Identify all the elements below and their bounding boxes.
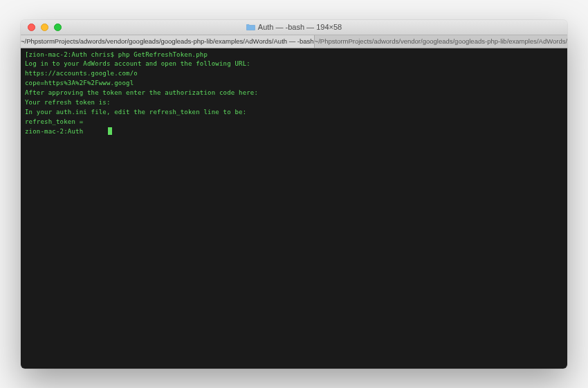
terminal-cursor bbox=[83, 127, 112, 137]
terminal-line: refresh_token = bbox=[25, 118, 563, 127]
window-title-area: Auth — -bash — 194×58 bbox=[21, 23, 567, 31]
terminal-viewport[interactable]: [zion-mac-2:Auth chris$ php GetRefreshTo… bbox=[21, 48, 567, 369]
terminal-line: Log in to your AdWords account and open … bbox=[25, 59, 563, 69]
tab-label: ~/PhpstormProjects/adwords/vendor/google… bbox=[21, 37, 314, 45]
terminal-line: In your auth.ini file, edit the refresh_… bbox=[25, 108, 563, 118]
terminal-prompt: zion-mac-2:Auth bbox=[25, 127, 83, 137]
folder-icon bbox=[246, 24, 255, 30]
terminal-prompt-line: zion-mac-2:Auth bbox=[25, 127, 563, 137]
close-button[interactable] bbox=[28, 24, 35, 31]
window-title: Auth — -bash — 194×58 bbox=[258, 23, 342, 31]
maximize-button[interactable] bbox=[54, 24, 62, 31]
minimize-button[interactable] bbox=[41, 24, 48, 31]
terminal-line: After approving the token enter the auth… bbox=[25, 89, 563, 98]
tab-1[interactable]: ~/PhpstormProjects/adwords/vendor/google… bbox=[21, 35, 315, 48]
tab-bar: ~/PhpstormProjects/adwords/vendor/google… bbox=[21, 35, 567, 48]
terminal-line: https://accounts.google.com/o bbox=[25, 69, 563, 79]
traffic-lights bbox=[21, 24, 62, 31]
tab-label: ~/PhpstormProjects/adwords/vendor/google… bbox=[315, 37, 567, 45]
titlebar[interactable]: Auth — -bash — 194×58 bbox=[21, 20, 567, 35]
terminal-line: [zion-mac-2:Auth chris$ php GetRefreshTo… bbox=[25, 50, 563, 60]
terminal-window: Auth — -bash — 194×58 ~/PhpstormProjects… bbox=[21, 20, 567, 369]
tab-2[interactable]: ~/PhpstormProjects/adwords/vendor/google… bbox=[315, 35, 567, 48]
terminal-line: Your refresh token is: bbox=[25, 98, 563, 108]
terminal-line: cope=https%3A%2F%2Fwww.googl bbox=[25, 79, 563, 89]
